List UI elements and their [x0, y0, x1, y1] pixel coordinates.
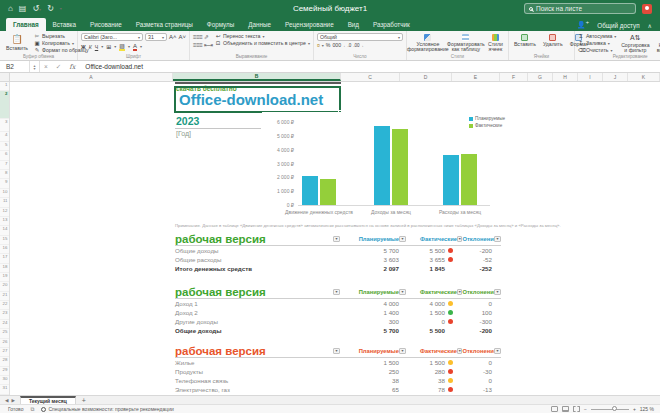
undo-icon[interactable]: ↺▾ — [32, 4, 41, 13]
row-header-11[interactable]: 11 — [0, 198, 9, 207]
sheet-tab-current-month[interactable]: Текущий месяц — [20, 396, 76, 404]
bar-Планируемые-2[interactable] — [374, 126, 390, 205]
bold-button[interactable]: Ж — [81, 44, 86, 50]
tab-Данные[interactable]: Данные — [241, 18, 278, 31]
page-layout-view-icon[interactable] — [562, 406, 569, 412]
tab-Главная[interactable]: Главная — [6, 18, 46, 31]
next-sheet-icon[interactable]: ▶ — [11, 398, 14, 403]
filter-dropdown-icon[interactable]: ▼ — [494, 348, 501, 354]
comma-style-icon[interactable]: 000 — [332, 42, 341, 48]
row-header-3[interactable]: 3 — [0, 119, 9, 132]
select-all-corner[interactable] — [0, 73, 10, 81]
indent-icons[interactable]: ⇤⇥ — [204, 41, 212, 48]
page-break-view-icon[interactable] — [573, 406, 580, 412]
row-header-6[interactable]: 6 — [0, 151, 9, 160]
row-header-20[interactable]: 20 — [0, 282, 9, 291]
name-box[interactable]: B2 — [0, 61, 30, 72]
zoom-out-icon[interactable]: − — [584, 406, 587, 412]
filter-dropdown-icon[interactable]: ▼ — [494, 236, 501, 242]
row-header-10[interactable]: 10 — [0, 189, 9, 198]
search-input[interactable]: Поиск на листе — [524, 3, 636, 14]
zoom-slider[interactable] — [591, 409, 629, 410]
tab-Рецензирование[interactable]: Рецензирование — [278, 18, 341, 31]
row-header-16[interactable]: 16 — [0, 245, 9, 254]
percent-icon[interactable]: % — [326, 42, 331, 48]
filter-dropdown-icon[interactable]: ▼ — [494, 289, 501, 295]
name-box-stepper[interactable]: ▴▾ — [30, 61, 40, 72]
budget-chart[interactable]: 6 000 ₽5 000 ₽4 000 ₽3 000 ₽2 000 ₽1 000… — [262, 112, 507, 225]
row-header-21[interactable]: 21 — [0, 292, 9, 301]
row-header-14[interactable]: 14 — [0, 226, 9, 235]
find-select-button[interactable]: ⌕Найти и выделить — [654, 33, 660, 54]
filter-dropdown-icon[interactable]: ▼ — [333, 348, 340, 354]
bar-Фактические-1[interactable] — [320, 179, 336, 205]
column-header-E[interactable]: E — [452, 73, 500, 81]
macro-record-icon[interactable]: ⧉ — [30, 406, 34, 413]
insert-function-icon[interactable]: fx — [65, 63, 79, 71]
row-header-28[interactable]: 28 — [0, 357, 9, 366]
row-header-31[interactable]: 31 — [0, 385, 9, 394]
column-header-K[interactable]: K — [628, 73, 660, 81]
normal-view-icon[interactable] — [551, 406, 558, 412]
qat-more-icon[interactable]: ▾ — [60, 6, 62, 11]
row-header-5[interactable]: 5 — [0, 142, 9, 151]
table-row[interactable]: Жилье1 5001 5000 — [175, 358, 501, 367]
tab-Вид[interactable]: Вид — [341, 18, 366, 31]
conditional-formatting-button[interactable]: Условное форматирование — [410, 33, 446, 53]
row-header-4[interactable]: 4 — [0, 132, 9, 142]
share-button[interactable]: Общий доступ — [597, 22, 639, 29]
table-row[interactable]: Доход 14 0004 0000 — [175, 299, 501, 308]
column-header-J[interactable]: J — [603, 73, 628, 81]
tab-Разработчик[interactable]: Разработчик — [366, 18, 417, 31]
table-row[interactable]: Доход 21 4001 500100 — [175, 308, 501, 317]
italic-button[interactable]: К — [89, 44, 92, 50]
merge-center-button[interactable]: ⊡Объединить и поместить в центре▾ — [215, 40, 310, 46]
row-header-7[interactable]: 7 — [0, 161, 9, 170]
tab-Рисование[interactable]: Рисование — [83, 18, 129, 31]
column-header-H[interactable]: H — [553, 73, 578, 81]
row-header-24[interactable]: 24 — [0, 320, 9, 329]
zoom-in-icon[interactable]: + — [633, 406, 636, 412]
column-header-A[interactable]: A — [10, 73, 173, 81]
font-size-select[interactable]: 31▾ — [145, 33, 167, 41]
fill-button[interactable]: ↧Заливка▾ — [578, 40, 616, 46]
filter-dropdown-icon[interactable]: ▼ — [333, 289, 340, 295]
table-row[interactable]: Другие доходы3000-300 — [175, 317, 501, 326]
table-row[interactable]: Общие доходы5 7005 500-200 — [175, 246, 501, 255]
filter-dropdown-icon[interactable]: ▼ — [333, 236, 340, 242]
font-name-select[interactable]: Calibri (Заго...▾ — [81, 33, 143, 41]
tab-Вставка[interactable]: Вставка — [46, 18, 83, 31]
row-header-25[interactable]: 25 — [0, 329, 9, 338]
home-icon[interactable]: ⌂ — [8, 4, 13, 13]
row-header-27[interactable]: 27 — [0, 348, 9, 357]
zoom-level[interactable]: 125 % — [640, 406, 654, 412]
row-header-12[interactable]: 12 — [0, 208, 9, 217]
zoom-slider-handle[interactable] — [612, 406, 617, 411]
bar-Планируемые-1[interactable] — [302, 176, 318, 205]
format-as-table-button[interactable]: Форматировать как таблицу — [449, 33, 483, 53]
cancel-entry-icon[interactable]: × — [40, 63, 52, 70]
accessibility-status[interactable]: Специальные возможности: проверьте реком… — [48, 406, 173, 412]
filter-dropdown-icon[interactable]: ▼ — [399, 289, 406, 295]
align-top-icons[interactable]: ≡ ≡ ≡ — [193, 34, 202, 40]
underline-button[interactable]: Ч — [95, 44, 98, 50]
filter-dropdown-icon[interactable]: ▼ — [399, 236, 406, 242]
row-header-22[interactable]: 22 — [0, 301, 9, 310]
confirm-entry-icon[interactable]: ✓ — [52, 63, 65, 71]
redo-icon[interactable]: ↻ — [47, 4, 54, 13]
row-header-9[interactable]: 9 — [0, 179, 9, 188]
add-sheet-button[interactable]: + — [76, 396, 92, 404]
table-row[interactable]: Итого денежных средств2 0971 845-252 — [175, 264, 501, 273]
table-row[interactable]: Общие доходы5 7005 500-200 — [175, 326, 501, 335]
font-color-icon[interactable]: А — [133, 43, 137, 50]
column-header-G[interactable]: G — [528, 73, 553, 81]
row-header-26[interactable]: 26 — [0, 339, 9, 348]
column-header-D[interactable]: D — [400, 73, 452, 81]
grow-font-icon[interactable]: A˄ — [169, 34, 177, 40]
fill-color-icon[interactable]: ▨ — [119, 43, 125, 50]
row-header-2[interactable]: 2 — [0, 91, 9, 119]
currency-format-icon[interactable]: ¤ — [317, 42, 320, 48]
collapse-ribbon-icon[interactable]: ∧ — [648, 22, 652, 29]
row-header-17[interactable]: 17 — [0, 254, 9, 263]
tab-Формулы[interactable]: Формулы — [200, 18, 241, 31]
